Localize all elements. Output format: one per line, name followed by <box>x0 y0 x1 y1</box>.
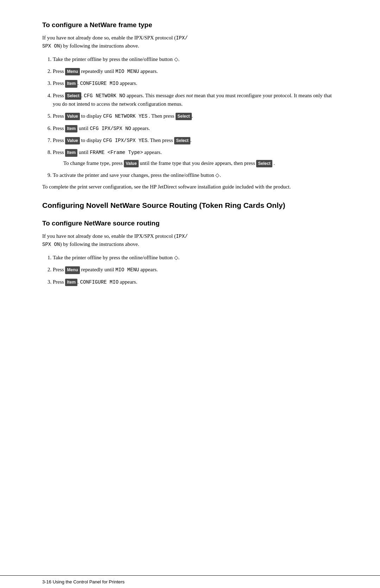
step-3: Press Item. CONFIGURE MIO appears. <box>53 79 338 87</box>
mono-ipx-2: IPX/SPX ON <box>42 234 188 247</box>
mono-cfg-yes-1: CFG NETWORK YES <box>103 113 147 119</box>
section3-steps: Take the printer offline by press the on… <box>53 253 338 286</box>
select-btn-3: Select <box>174 137 190 144</box>
section3-intro: If you have not already done so, enable … <box>42 232 338 248</box>
mono-mio-menu-2: MIO MENU <box>115 267 139 273</box>
section3-title: To configure NetWare source routing <box>42 219 338 227</box>
item-btn-3: Item <box>65 149 77 156</box>
item-btn-1: Item <box>65 80 77 87</box>
mono-cfg-ipx-no: CFG IPX/SPX NO <box>90 126 131 131</box>
section1-steps: Take the printer offline by press the on… <box>53 55 338 179</box>
step-9: To activate the printer and save your ch… <box>53 171 338 179</box>
diamond-icon-2: ◇ <box>215 172 220 178</box>
select-btn-2: Select <box>176 113 191 120</box>
value-btn-3: Value <box>124 160 138 167</box>
step-8: Press Item until FRAME <Frame Type> appe… <box>53 148 338 167</box>
menu-btn-2: Menu <box>65 266 80 274</box>
section1-intro: If you have not already done so, enable … <box>42 34 338 50</box>
step-4: Press Select. CFG NETWORK NO appears. Th… <box>53 91 338 108</box>
value-btn-1: Value <box>65 113 80 120</box>
mono-ipx: IPX/SPX ON <box>42 35 188 49</box>
page-footer: 3-16 Using the Control Panel for Printer… <box>0 575 380 588</box>
step-8-subnote: To change frame type, press Value until … <box>63 159 338 167</box>
section1-title: To configure a NetWare frame type <box>42 21 338 29</box>
page-content: To configure a NetWare frame type If you… <box>0 0 380 575</box>
mono-configure-mio-1: CONFIGURE MIO <box>80 81 119 86</box>
mono-mio-menu-1: MIO MENU <box>115 69 139 74</box>
section1-closing: To complete the print server configurati… <box>42 183 338 191</box>
select-btn-1: Select <box>65 92 81 100</box>
item-btn-2: Item <box>65 125 77 132</box>
mono-cfg-ipx-yes: CFG IPX/SPX YES <box>103 138 147 143</box>
footer-text: 3-16 Using the Control Panel for Printer… <box>42 579 125 584</box>
value-btn-2: Value <box>65 137 80 144</box>
s3-step-1: Take the printer offline by press the on… <box>53 253 338 262</box>
mono-cfg-no-1: CFG NETWORK NO <box>84 93 125 99</box>
item-btn-4: Item <box>65 279 77 286</box>
italic-does-not: does not <box>175 93 193 98</box>
mono-frame-type: FRAME <Frame Type> <box>90 150 143 155</box>
step-7: Press Value to display CFG IPX/SPX YES. … <box>53 136 338 144</box>
diamond-icon-1: ◇ <box>174 56 178 62</box>
step-1: Take the printer offline by press the on… <box>53 55 338 63</box>
step-5: Press Value to display CFG NETWORK YES .… <box>53 112 338 120</box>
mono-configure-mio-2: CONFIGURE MIO <box>80 279 119 285</box>
s3-step-2: Press Menu repeatedly until MIO MENU app… <box>53 265 338 274</box>
diamond-icon-3: ◇ <box>174 255 178 260</box>
s3-step-3: Press Item. CONFIGURE MIO appears. <box>53 278 338 286</box>
step-2: Press Menu repeatedly until MIO MENU app… <box>53 67 338 75</box>
menu-btn-1: Menu <box>65 68 80 75</box>
section2-title: Configuring Novell NetWare Source Routin… <box>42 201 338 210</box>
step-6: Press Item until CFG IPX/SPX NO appears. <box>53 124 338 132</box>
select-btn-4: Select <box>256 160 272 167</box>
